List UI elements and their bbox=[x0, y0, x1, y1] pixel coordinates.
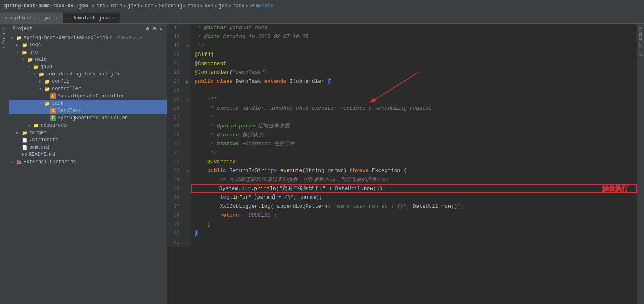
tree-arrow-controller: ▾ bbox=[39, 86, 45, 91]
debug-dot-33[interactable]: ● bbox=[187, 169, 189, 173]
yml-icon: ⚙ bbox=[5, 16, 7, 21]
tree-label-java: java bbox=[41, 64, 52, 70]
tree-item-resources[interactable]: ▶ 📁 resources bbox=[9, 122, 167, 129]
sidebar: Project ⊕ ⚙ ✕ ▾ 📁 spring-boot-demo-task-… bbox=[9, 24, 167, 304]
file-icon-gitignore: 📄 bbox=[22, 138, 28, 143]
folder-icon-task: 📂 bbox=[45, 101, 50, 106]
tab-yml-close[interactable]: ✕ bbox=[55, 16, 58, 21]
code-line-18: 18 * @date Created in 2019-08-07 10:15 bbox=[167, 32, 637, 41]
z-structure-sidebar: Z: Structure bbox=[637, 24, 644, 304]
tree-label-logs: logs bbox=[29, 42, 41, 48]
sidebar-btn-2[interactable]: ⚙ bbox=[152, 25, 157, 32]
tree-label-springboot: SpringBootDemoTaskXxlJob bbox=[58, 115, 128, 121]
folder-icon-src: 📂 bbox=[22, 50, 28, 55]
tab-application-yml[interactable]: ⚙ application.yml ✕ bbox=[0, 13, 63, 23]
folder-icon-logs: 📁 bbox=[22, 43, 28, 48]
tree-label-target: target bbox=[29, 130, 47, 136]
tree-label-manualop: ManualOperateController bbox=[58, 93, 125, 99]
code-line-22: 22 @JobHandler("demoTask") bbox=[167, 68, 637, 77]
tree-label-resources: resources bbox=[41, 123, 67, 128]
code-line-38: 38 return SUCCESS ; bbox=[167, 211, 637, 220]
tree-item-logs[interactable]: ▶ 📁 logs bbox=[9, 41, 167, 49]
tree-label-root: spring-boot-demo-task-xxl-job bbox=[24, 35, 108, 41]
code-line-17: 17 * @author yangkai.shen bbox=[167, 24, 637, 32]
breadcrumb: ▶ src ▶ main ▶ java ▶ com ▶ xkcoding ▶ t… bbox=[91, 3, 273, 9]
run-icon-23[interactable]: ▶ bbox=[186, 79, 189, 85]
tab-bar: ⚙ application.yml ✕ ☕ DemoTask.java ✕ bbox=[0, 12, 644, 24]
tree-label-extlibs: External Libraries bbox=[24, 159, 76, 165]
code-line-21: 21 @Component bbox=[167, 59, 637, 68]
code-line-37: 37 XxlJobLogger.log( appendLogPattern: "… bbox=[167, 202, 637, 211]
tree-item-manualop[interactable]: ▶ C ManualOperateController bbox=[9, 93, 167, 100]
tree-arrow-pkg: ▾ bbox=[33, 72, 39, 77]
code-line-24: 24 bbox=[167, 86, 637, 95]
tree-arrow-resources: ▶ bbox=[28, 123, 33, 128]
tree-item-gitignore[interactable]: ▶ 📄 .gitignore bbox=[9, 136, 167, 144]
code-line-30: 30 * @throws Exception 任务异常 bbox=[167, 140, 637, 149]
folder-icon-java: 📂 bbox=[33, 65, 39, 70]
tree-arrow-extlibs: ▶ bbox=[11, 160, 16, 164]
tab-java-label: DemoTask.java bbox=[72, 15, 110, 21]
folder-icon-target: 📁 bbox=[22, 130, 28, 136]
folder-icon-controller: 📂 bbox=[45, 86, 50, 92]
tree-item-config[interactable]: ▶ 📁 config bbox=[9, 78, 167, 85]
code-line-20: 20 @Slf4j bbox=[167, 50, 637, 59]
left-tabs: 1: Project bbox=[0, 24, 9, 304]
tree-item-target[interactable]: ▶ 📁 target bbox=[9, 129, 167, 136]
fold-icon-25[interactable]: ⊖ bbox=[186, 97, 189, 102]
editor-container: 17 * @author yangkai.shen 18 * @date Cre… bbox=[167, 24, 637, 304]
tree-label-config: config bbox=[52, 79, 69, 84]
java-class-icon-springboot: C bbox=[50, 115, 56, 121]
fold-icon-19[interactable]: ⊖ bbox=[186, 43, 189, 48]
tree-item-springboot[interactable]: ▶ C SpringBootDemoTaskXxlJob bbox=[9, 114, 167, 122]
tree-arrow-root: ▾ bbox=[11, 35, 16, 40]
tree-label-main: main bbox=[35, 57, 47, 63]
tree-arrow-src: ▾ bbox=[16, 50, 22, 55]
tab-demotask-java[interactable]: ☕ DemoTask.java ✕ bbox=[63, 13, 120, 23]
z-structure-label: Z: Structure bbox=[638, 27, 643, 56]
tree-arrow-config: ▶ bbox=[39, 79, 45, 84]
tree-label-pkg: com.xkcoding.task.xxl.job bbox=[46, 71, 119, 77]
tab-java-close[interactable]: ✕ bbox=[112, 16, 115, 21]
code-line-19: 19 ⊖ */ bbox=[167, 41, 637, 50]
tree-item-controller[interactable]: ▾ 📂 controller bbox=[9, 85, 167, 93]
code-line-28: 28 * @param param 定时任务参数 bbox=[167, 122, 637, 131]
code-line-25: 25 ⊖ /** bbox=[167, 95, 637, 104]
project-tab[interactable]: 1: Project bbox=[1, 25, 7, 53]
tree-label-pom: pom.xml bbox=[29, 144, 49, 150]
tree-item-pom[interactable]: ▶ 📄 pom.xml bbox=[9, 144, 167, 151]
tree-label-readme: README.md bbox=[29, 152, 55, 157]
tree-item-root[interactable]: ▾ 📁 spring-boot-demo-task-xxl-job D:\Ide… bbox=[9, 34, 167, 41]
tree-item-main[interactable]: ▾ 📂 main bbox=[9, 56, 167, 63]
tree-item-demotask[interactable]: ▶ C DemoTask bbox=[9, 107, 167, 114]
sidebar-title: Project bbox=[12, 26, 144, 32]
tree-arrow-target: ▶ bbox=[16, 130, 22, 135]
sidebar-header: Project ⊕ ⚙ ✕ bbox=[9, 24, 167, 34]
md-icon: MD bbox=[22, 152, 27, 157]
sidebar-btn-1[interactable]: ⊕ bbox=[145, 25, 150, 32]
tree-arrow-logs: ▶ bbox=[16, 43, 22, 47]
tree-label-src: src bbox=[29, 50, 38, 55]
tree-item-extlibs[interactable]: ▶ 📚 External Libraries bbox=[9, 158, 167, 166]
java-class-icon-demotask: C bbox=[50, 108, 56, 114]
tree-item-readme[interactable]: ▶ MD README.md bbox=[9, 151, 167, 158]
java-icon: ☕ bbox=[68, 16, 70, 21]
java-class-icon-manualop: C bbox=[50, 93, 56, 99]
code-line-29: 29 * @return 执行状态 bbox=[167, 131, 637, 140]
tree-item-src[interactable]: ▾ 📂 src bbox=[9, 49, 167, 56]
code-line-26: 26 * execute handler, invoked when execu… bbox=[167, 104, 637, 113]
tree-item-java[interactable]: ▾ 📂 java bbox=[9, 63, 167, 71]
main-layout: 1: Project Project ⊕ ⚙ ✕ ▾ 📁 spring-boot… bbox=[0, 24, 644, 304]
xml-icon: 📄 bbox=[22, 145, 28, 150]
tree-label-demotask: DemoTask bbox=[58, 108, 81, 114]
top-bar: spring-boot-demo-task-xxl-job ▶ src ▶ ma… bbox=[0, 0, 644, 12]
trigger-text: 触发执行 bbox=[603, 184, 629, 193]
tree-item-pkg[interactable]: ▾ 📂 com.xkcoding.task.xxl.job bbox=[9, 71, 167, 78]
code-line-31: 31 */ bbox=[167, 149, 637, 157]
tree-item-task[interactable]: ▾ 📂 task bbox=[9, 100, 167, 107]
sidebar-btn-3[interactable]: ✕ bbox=[159, 25, 163, 32]
code-line-35: 35 System.out.println("定时任务触发了:" + DateU… bbox=[167, 184, 637, 193]
code-area[interactable]: 17 * @author yangkai.shen 18 * @date Cre… bbox=[167, 24, 637, 304]
folder-icon-pkg: 📂 bbox=[39, 72, 45, 77]
tree-label-task: task bbox=[52, 101, 64, 106]
